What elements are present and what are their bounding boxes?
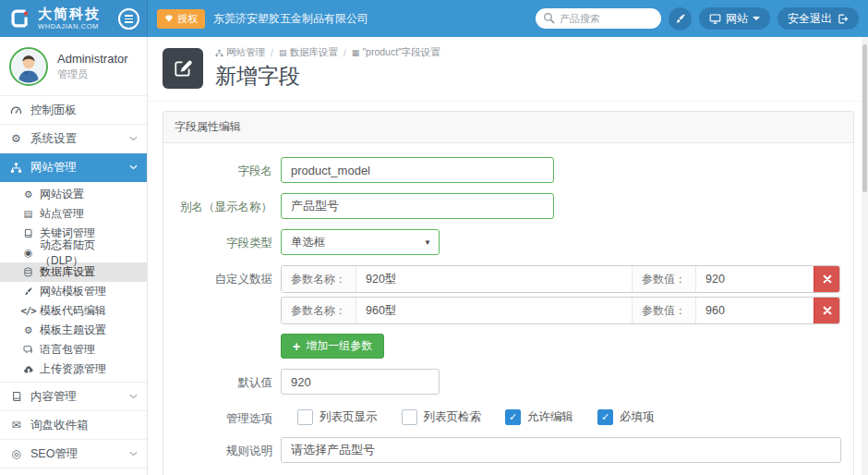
- default-value-input[interactable]: [281, 369, 440, 395]
- sidebar-toggle-button[interactable]: [118, 8, 139, 30]
- brand-logo[interactable]: 大简科技 WHDAJIAN.COM: [0, 0, 148, 37]
- alias-input[interactable]: [281, 193, 554, 219]
- avatar[interactable]: [9, 47, 48, 86]
- theme-brush-button[interactable]: [669, 7, 692, 30]
- checkbox-icon: [297, 409, 313, 425]
- main-content: 网站管理 / 数据库设置 / "product"字段设置 新增字段: [148, 37, 862, 475]
- field-type-select[interactable]: 单选框: [281, 229, 440, 255]
- close-icon: [823, 274, 832, 284]
- breadcrumb-label: 数据库设置: [289, 46, 338, 59]
- sidebar-item-inquiry-inbox[interactable]: 询盘收件箱: [0, 411, 147, 440]
- code-icon: </>: [22, 306, 34, 316]
- sidebar-item-label: 网站模板管理: [40, 284, 106, 299]
- site-button[interactable]: 网站: [699, 7, 770, 30]
- sidebar-item-label: 内容管理: [30, 389, 77, 405]
- sidebar-item-label: 语言包管理: [40, 342, 95, 358]
- checkbox-checked-icon: [505, 409, 521, 425]
- param-name-input[interactable]: [356, 298, 632, 323]
- scrollbar-track[interactable]: [862, 37, 868, 475]
- license-badge-label: 授权: [177, 12, 198, 26]
- sidebar-item-label: 数据库设置: [40, 264, 95, 280]
- gear-icon: [9, 133, 23, 144]
- scrollbar-thumb[interactable]: [862, 44, 867, 192]
- checkbox-required[interactable]: 必填项: [597, 409, 655, 425]
- breadcrumb-label: "product"字段设置: [362, 46, 440, 59]
- param-value-addon: 参数值：: [632, 298, 695, 323]
- checkbox-list-display[interactable]: 列表页显示: [297, 409, 378, 425]
- sidebar-item-template-theme[interactable]: 模板主题设置: [0, 321, 147, 340]
- sidebar-item-label: 网站管理: [30, 160, 77, 176]
- user-panel: Administrator 管理员: [0, 37, 147, 96]
- sidebar-item-language-packs[interactable]: 语言包管理: [0, 340, 147, 359]
- database-rows-icon: [279, 49, 287, 57]
- param-value-input[interactable]: [695, 266, 814, 292]
- param-name-addon: 参数名称：: [282, 298, 356, 323]
- cloud-upload-icon: [22, 364, 34, 375]
- brand-logo-icon: [7, 6, 33, 31]
- sidebar-item-label: 询盘收件箱: [30, 418, 89, 433]
- sidebar-item-label: 系统设置: [30, 131, 77, 147]
- user-name: Administrator: [57, 52, 128, 66]
- chevron-down-icon: [129, 394, 138, 399]
- table-grid-icon: [352, 49, 360, 57]
- sidebar-item-content-management[interactable]: 内容管理: [0, 383, 147, 411]
- sidebar-item-system-settings[interactable]: 系统设置: [0, 125, 147, 153]
- license-badge[interactable]: 授权: [157, 9, 205, 29]
- add-param-button-label: 增加一组参数: [306, 338, 372, 354]
- param-value-input[interactable]: [695, 298, 814, 323]
- sidebar-item-label: 站点管理: [40, 206, 84, 222]
- form-row-alias: 别名（显示名称）: [163, 193, 853, 219]
- website-management-submenu: 网站设置 站点管理 关键词管理 动态着陆页（DLP）: [0, 182, 147, 383]
- breadcrumb-separator: /: [269, 47, 275, 58]
- sidebar-item-dashboard[interactable]: 控制面板: [0, 96, 147, 125]
- add-param-button[interactable]: + 增加一组参数: [281, 334, 384, 359]
- brand-name: 大简科技: [38, 6, 101, 20]
- sidebar-item-label: 控制面板: [30, 103, 77, 118]
- monitor-icon: [709, 13, 721, 25]
- sitemap-icon: [215, 49, 223, 57]
- product-search: [536, 8, 661, 29]
- brand-domain: WHDAJIAN.COM: [38, 23, 101, 30]
- breadcrumb-item[interactable]: 网站管理: [215, 46, 265, 59]
- sidebar-item-upload-resources[interactable]: 上传资源管理: [0, 359, 147, 379]
- sidebar-item-seo[interactable]: SEO管理: [0, 440, 147, 469]
- delete-param-button[interactable]: [814, 298, 839, 323]
- plus-icon: +: [293, 340, 300, 353]
- rule-desc-input[interactable]: [281, 437, 841, 463]
- sidebar-item-template-code[interactable]: </> 模板代码编辑: [0, 301, 147, 321]
- sidebar-item-website-management[interactable]: 网站管理: [0, 153, 147, 182]
- sitemap-icon: [9, 162, 23, 174]
- form-row-manage-options: 管理选项 列表页显示 列表页检索 允许编辑: [163, 405, 853, 427]
- alias-label: 别名（显示名称）: [163, 193, 281, 215]
- sites-icon: [22, 209, 34, 219]
- navbar-right-group: 网站 安全退出: [536, 7, 868, 30]
- page-title: 新增字段: [215, 62, 440, 91]
- sidebar-item-templates[interactable]: 网站模板管理: [0, 282, 147, 301]
- logout-button[interactable]: 安全退出: [778, 7, 859, 30]
- delete-param-button[interactable]: [814, 266, 839, 292]
- checkbox-label: 列表页显示: [319, 409, 378, 425]
- panel-body: 字段名 别名（显示名称） 字段类型 单选框: [163, 143, 853, 475]
- checkbox-list-search[interactable]: 列表页检索: [402, 409, 482, 425]
- field-name-input[interactable]: [281, 157, 554, 183]
- breadcrumb-label: 网站管理: [226, 46, 265, 59]
- company-name: 东莞济安塑胶五金制品有限公司: [213, 11, 368, 27]
- user-role: 管理员: [57, 67, 128, 81]
- form-row-field-name: 字段名: [163, 157, 853, 183]
- sidebar-item-dlp[interactable]: 动态着陆页（DLP）: [0, 243, 147, 262]
- sidebar-item-label: 模板主题设置: [40, 323, 106, 338]
- sidebar-item-site-config[interactable]: 网站设置: [0, 185, 147, 204]
- seo-target-icon: [9, 448, 23, 459]
- sidebar-item-label: 上传资源管理: [40, 361, 106, 377]
- sidebar-item-sites[interactable]: 站点管理: [0, 204, 147, 224]
- dlp-icon: [22, 248, 34, 258]
- logout-icon: [837, 13, 849, 25]
- app-window: 大简科技 WHDAJIAN.COM 授权 东莞济安塑胶五金制品有限公司: [0, 0, 868, 475]
- param-name-input[interactable]: [356, 266, 632, 292]
- breadcrumb-item[interactable]: 数据库设置: [279, 46, 338, 59]
- edit-compose-icon: [163, 48, 203, 89]
- checkbox-allow-edit[interactable]: 允许编辑: [505, 409, 573, 425]
- breadcrumb-item[interactable]: "product"字段设置: [352, 46, 440, 59]
- param-value-addon: 参数值：: [632, 266, 695, 292]
- keywords-icon: [22, 228, 34, 238]
